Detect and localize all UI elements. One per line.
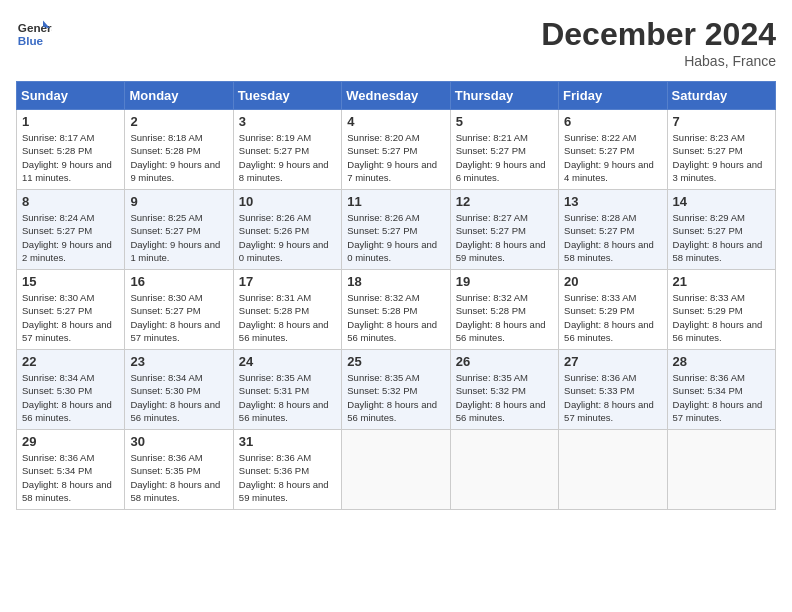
day-number: 14: [673, 194, 770, 209]
day-cell-30: 30 Sunrise: 8:36 AM Sunset: 5:35 PM Dayl…: [125, 430, 233, 510]
day-cell-17: 17 Sunrise: 8:31 AM Sunset: 5:28 PM Dayl…: [233, 270, 341, 350]
day-number: 22: [22, 354, 119, 369]
svg-text:Blue: Blue: [18, 34, 44, 47]
day-cell-26: 26 Sunrise: 8:35 AM Sunset: 5:32 PM Dayl…: [450, 350, 558, 430]
day-cell-9: 9 Sunrise: 8:25 AM Sunset: 5:27 PM Dayli…: [125, 190, 233, 270]
day-cell-1: 1 Sunrise: 8:17 AM Sunset: 5:28 PM Dayli…: [17, 110, 125, 190]
header-wednesday: Wednesday: [342, 82, 450, 110]
day-cell-20: 20 Sunrise: 8:33 AM Sunset: 5:29 PM Dayl…: [559, 270, 667, 350]
day-number: 21: [673, 274, 770, 289]
header-friday: Friday: [559, 82, 667, 110]
day-number: 9: [130, 194, 227, 209]
day-cell-15: 15 Sunrise: 8:30 AM Sunset: 5:27 PM Dayl…: [17, 270, 125, 350]
day-number: 27: [564, 354, 661, 369]
day-info: Sunrise: 8:23 AM Sunset: 5:27 PM Dayligh…: [673, 131, 770, 184]
day-cell-12: 12 Sunrise: 8:27 AM Sunset: 5:27 PM Dayl…: [450, 190, 558, 270]
day-cell-8: 8 Sunrise: 8:24 AM Sunset: 5:27 PM Dayli…: [17, 190, 125, 270]
day-number: 15: [22, 274, 119, 289]
day-number: 30: [130, 434, 227, 449]
calendar-table: Sunday Monday Tuesday Wednesday Thursday…: [16, 81, 776, 510]
calendar-week-4: 22 Sunrise: 8:34 AM Sunset: 5:30 PM Dayl…: [17, 350, 776, 430]
day-info: Sunrise: 8:35 AM Sunset: 5:32 PM Dayligh…: [347, 371, 444, 424]
day-cell-3: 3 Sunrise: 8:19 AM Sunset: 5:27 PM Dayli…: [233, 110, 341, 190]
day-cell-2: 2 Sunrise: 8:18 AM Sunset: 5:28 PM Dayli…: [125, 110, 233, 190]
day-cell-18: 18 Sunrise: 8:32 AM Sunset: 5:28 PM Dayl…: [342, 270, 450, 350]
title-block: December 2024 Habas, France: [541, 16, 776, 69]
page-header: General Blue December 2024 Habas, France: [16, 16, 776, 69]
day-number: 3: [239, 114, 336, 129]
day-cell-27: 27 Sunrise: 8:36 AM Sunset: 5:33 PM Dayl…: [559, 350, 667, 430]
header-monday: Monday: [125, 82, 233, 110]
day-number: 12: [456, 194, 553, 209]
day-cell-10: 10 Sunrise: 8:26 AM Sunset: 5:26 PM Dayl…: [233, 190, 341, 270]
day-info: Sunrise: 8:33 AM Sunset: 5:29 PM Dayligh…: [673, 291, 770, 344]
day-number: 25: [347, 354, 444, 369]
day-cell-23: 23 Sunrise: 8:34 AM Sunset: 5:30 PM Dayl…: [125, 350, 233, 430]
day-number: 17: [239, 274, 336, 289]
day-info: Sunrise: 8:26 AM Sunset: 5:26 PM Dayligh…: [239, 211, 336, 264]
day-number: 4: [347, 114, 444, 129]
day-info: Sunrise: 8:25 AM Sunset: 5:27 PM Dayligh…: [130, 211, 227, 264]
day-number: 18: [347, 274, 444, 289]
day-cell-31: 31 Sunrise: 8:36 AM Sunset: 5:36 PM Dayl…: [233, 430, 341, 510]
day-info: Sunrise: 8:36 AM Sunset: 5:35 PM Dayligh…: [130, 451, 227, 504]
day-number: 20: [564, 274, 661, 289]
day-number: 19: [456, 274, 553, 289]
location: Habas, France: [541, 53, 776, 69]
day-number: 11: [347, 194, 444, 209]
day-cell-4: 4 Sunrise: 8:20 AM Sunset: 5:27 PM Dayli…: [342, 110, 450, 190]
day-number: 6: [564, 114, 661, 129]
day-info: Sunrise: 8:28 AM Sunset: 5:27 PM Dayligh…: [564, 211, 661, 264]
day-number: 8: [22, 194, 119, 209]
day-number: 23: [130, 354, 227, 369]
day-info: Sunrise: 8:26 AM Sunset: 5:27 PM Dayligh…: [347, 211, 444, 264]
day-info: Sunrise: 8:34 AM Sunset: 5:30 PM Dayligh…: [130, 371, 227, 424]
header-sunday: Sunday: [17, 82, 125, 110]
header-tuesday: Tuesday: [233, 82, 341, 110]
day-info: Sunrise: 8:20 AM Sunset: 5:27 PM Dayligh…: [347, 131, 444, 184]
calendar-week-3: 15 Sunrise: 8:30 AM Sunset: 5:27 PM Dayl…: [17, 270, 776, 350]
day-info: Sunrise: 8:35 AM Sunset: 5:31 PM Dayligh…: [239, 371, 336, 424]
day-info: Sunrise: 8:31 AM Sunset: 5:28 PM Dayligh…: [239, 291, 336, 344]
logo-icon: General Blue: [16, 16, 52, 52]
day-number: 10: [239, 194, 336, 209]
day-info: Sunrise: 8:22 AM Sunset: 5:27 PM Dayligh…: [564, 131, 661, 184]
day-cell-11: 11 Sunrise: 8:26 AM Sunset: 5:27 PM Dayl…: [342, 190, 450, 270]
header-saturday: Saturday: [667, 82, 775, 110]
day-info: Sunrise: 8:18 AM Sunset: 5:28 PM Dayligh…: [130, 131, 227, 184]
day-cell-19: 19 Sunrise: 8:32 AM Sunset: 5:28 PM Dayl…: [450, 270, 558, 350]
month-title: December 2024: [541, 16, 776, 53]
day-number: 28: [673, 354, 770, 369]
calendar-week-2: 8 Sunrise: 8:24 AM Sunset: 5:27 PM Dayli…: [17, 190, 776, 270]
day-cell-13: 13 Sunrise: 8:28 AM Sunset: 5:27 PM Dayl…: [559, 190, 667, 270]
day-cell-14: 14 Sunrise: 8:29 AM Sunset: 5:27 PM Dayl…: [667, 190, 775, 270]
empty-cell: [450, 430, 558, 510]
day-number: 7: [673, 114, 770, 129]
logo: General Blue: [16, 16, 56, 52]
day-info: Sunrise: 8:24 AM Sunset: 5:27 PM Dayligh…: [22, 211, 119, 264]
calendar-week-5: 29 Sunrise: 8:36 AM Sunset: 5:34 PM Dayl…: [17, 430, 776, 510]
day-info: Sunrise: 8:36 AM Sunset: 5:34 PM Dayligh…: [22, 451, 119, 504]
day-cell-5: 5 Sunrise: 8:21 AM Sunset: 5:27 PM Dayli…: [450, 110, 558, 190]
day-info: Sunrise: 8:17 AM Sunset: 5:28 PM Dayligh…: [22, 131, 119, 184]
day-cell-22: 22 Sunrise: 8:34 AM Sunset: 5:30 PM Dayl…: [17, 350, 125, 430]
day-info: Sunrise: 8:34 AM Sunset: 5:30 PM Dayligh…: [22, 371, 119, 424]
day-number: 16: [130, 274, 227, 289]
day-info: Sunrise: 8:32 AM Sunset: 5:28 PM Dayligh…: [347, 291, 444, 344]
day-cell-25: 25 Sunrise: 8:35 AM Sunset: 5:32 PM Dayl…: [342, 350, 450, 430]
day-cell-7: 7 Sunrise: 8:23 AM Sunset: 5:27 PM Dayli…: [667, 110, 775, 190]
header-thursday: Thursday: [450, 82, 558, 110]
day-info: Sunrise: 8:36 AM Sunset: 5:36 PM Dayligh…: [239, 451, 336, 504]
day-info: Sunrise: 8:21 AM Sunset: 5:27 PM Dayligh…: [456, 131, 553, 184]
empty-cell: [342, 430, 450, 510]
day-number: 24: [239, 354, 336, 369]
day-cell-24: 24 Sunrise: 8:35 AM Sunset: 5:31 PM Dayl…: [233, 350, 341, 430]
day-info: Sunrise: 8:29 AM Sunset: 5:27 PM Dayligh…: [673, 211, 770, 264]
day-info: Sunrise: 8:33 AM Sunset: 5:29 PM Dayligh…: [564, 291, 661, 344]
day-number: 2: [130, 114, 227, 129]
calendar-week-1: 1 Sunrise: 8:17 AM Sunset: 5:28 PM Dayli…: [17, 110, 776, 190]
day-cell-21: 21 Sunrise: 8:33 AM Sunset: 5:29 PM Dayl…: [667, 270, 775, 350]
day-info: Sunrise: 8:32 AM Sunset: 5:28 PM Dayligh…: [456, 291, 553, 344]
day-cell-16: 16 Sunrise: 8:30 AM Sunset: 5:27 PM Dayl…: [125, 270, 233, 350]
day-cell-28: 28 Sunrise: 8:36 AM Sunset: 5:34 PM Dayl…: [667, 350, 775, 430]
